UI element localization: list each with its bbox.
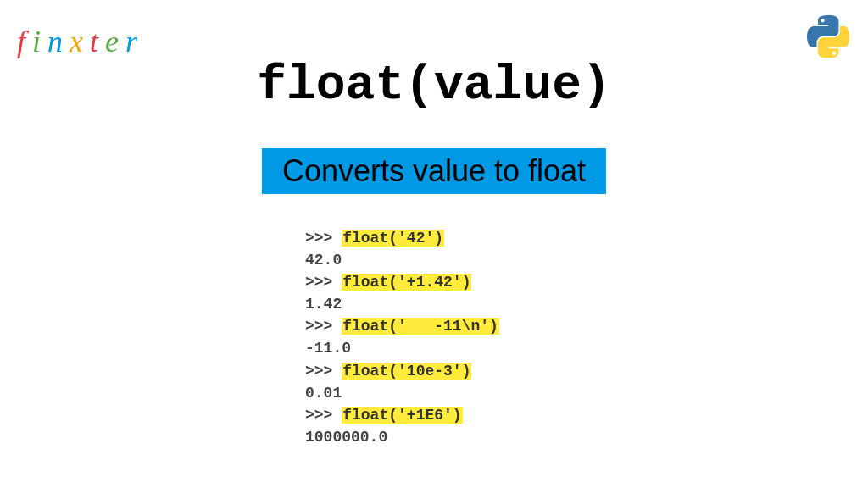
- python-logo-icon: [807, 15, 849, 58]
- logo-letter: e: [105, 25, 125, 58]
- repl-prompt: >>>: [305, 230, 342, 247]
- repl-prompt: >>>: [305, 318, 342, 335]
- logo-letter: n: [47, 25, 70, 58]
- logo-letter: x: [70, 25, 90, 58]
- code-output: 1000000.0: [305, 426, 499, 448]
- code-call: float('10e-3'): [342, 363, 471, 380]
- code-line: >>> float(' -11\n'): [305, 315, 499, 337]
- code-example-block: >>> float('42') 42.0 >>> float('+1.42') …: [305, 227, 499, 448]
- code-line: >>> float('10e-3'): [305, 360, 499, 382]
- logo-letter: i: [32, 25, 47, 58]
- code-output: 0.01: [305, 382, 499, 404]
- code-line: >>> float('+1.42'): [305, 271, 499, 293]
- description-banner: Converts value to float: [262, 148, 606, 194]
- code-call: float(' -11\n'): [342, 318, 499, 335]
- repl-prompt: >>>: [305, 363, 342, 380]
- page-title: float(value): [257, 58, 611, 113]
- code-call: float('+1E6'): [342, 407, 462, 424]
- code-call: float('42'): [342, 230, 444, 247]
- code-call: float('+1.42'): [342, 274, 471, 291]
- logo-letter: t: [90, 25, 105, 58]
- code-line: >>> float('+1E6'): [305, 404, 499, 426]
- code-output: 1.42: [305, 293, 499, 315]
- repl-prompt: >>>: [305, 407, 342, 424]
- code-line: >>> float('42'): [305, 227, 499, 249]
- code-output: 42.0: [305, 249, 499, 271]
- finxter-logo: finxter: [17, 24, 144, 59]
- code-output: -11.0: [305, 337, 499, 359]
- repl-prompt: >>>: [305, 274, 342, 291]
- logo-letter: r: [125, 25, 144, 58]
- logo-letter: f: [17, 25, 32, 58]
